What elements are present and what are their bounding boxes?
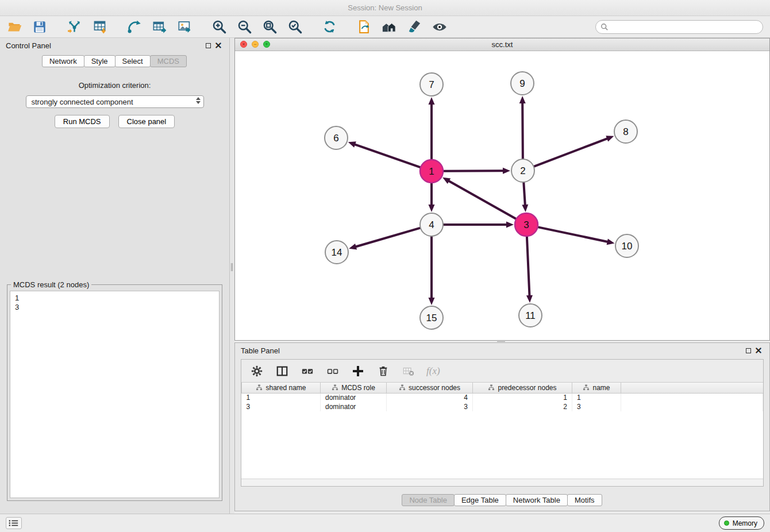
network-canvas[interactable]: 7968124314101511	[235, 51, 769, 340]
graph-node-label: 7	[429, 79, 434, 90]
import-table-button[interactable]	[91, 18, 108, 36]
column-header-predecessor-nodes[interactable]: predecessor nodes	[473, 383, 572, 393]
add-column-button[interactable]	[351, 364, 365, 379]
table-panel-title: Table Panel	[241, 346, 280, 355]
graphics-details-button[interactable]	[380, 18, 398, 36]
tab-edge-table[interactable]: Edge Table	[454, 494, 506, 506]
delete-table-button[interactable]	[401, 364, 416, 379]
zoom-out-button[interactable]	[236, 18, 253, 36]
refresh-icon	[322, 19, 337, 34]
graph-edge-arrow-icon	[506, 222, 514, 228]
sort-tree-icon	[488, 384, 495, 391]
graph-node-label: 4	[429, 219, 434, 230]
table-settings-button[interactable]	[249, 364, 264, 379]
graph-edge-3-11[interactable]	[527, 237, 530, 295]
style-brush-button[interactable]	[406, 18, 423, 36]
function-builder-button[interactable]: f(x)	[426, 365, 440, 377]
vertical-splitter[interactable]	[230, 38, 234, 514]
graph-edge-arrow-icon	[429, 97, 435, 105]
show-columns-button[interactable]	[275, 364, 290, 379]
graph-edge-3-10[interactable]	[538, 227, 607, 241]
task-history-button[interactable]	[6, 517, 22, 529]
tab-motifs[interactable]: Motifs	[567, 494, 602, 506]
run-mcds-button[interactable]: Run MCDS	[55, 115, 110, 128]
zoom-fit-icon	[262, 19, 278, 34]
tab-mcds[interactable]: MCDS	[150, 55, 187, 67]
plus-icon	[351, 364, 365, 378]
graph-node-label: 15	[426, 313, 437, 323]
table-row[interactable]: 3dominator323	[242, 402, 763, 411]
window-close-button[interactable]: ×	[240, 41, 247, 48]
horizontal-scrollbar[interactable]	[241, 479, 763, 486]
export-table-button[interactable]	[151, 18, 168, 36]
graph-edge-arrow-icon	[519, 96, 526, 103]
network-canvas-svg[interactable]: 7968124314101511	[235, 51, 769, 340]
save-session-button[interactable]	[31, 18, 48, 36]
table-row[interactable]: 1dominator411	[242, 393, 763, 402]
graph-edge-2-3[interactable]	[523, 183, 525, 205]
select-all-button[interactable]	[300, 364, 315, 379]
graph-edge-arrow-icon	[348, 141, 356, 147]
open-session-button[interactable]	[6, 18, 23, 36]
tab-node-table[interactable]: Node Table	[402, 494, 455, 506]
mcds-result-text[interactable]: 1 3	[10, 291, 220, 498]
cell-predecessor-nodes: 1	[473, 393, 572, 402]
cell-predecessor-nodes: 2	[473, 402, 572, 411]
graph-edge-1-2[interactable]	[444, 171, 503, 171]
optimization-criterion-label: Optimization criterion:	[0, 81, 229, 90]
table-float-button[interactable]	[743, 346, 753, 355]
column-header-mcds-role[interactable]: MCDS role	[321, 383, 387, 393]
control-panel-title: Control Panel	[6, 41, 51, 50]
float-panel-button[interactable]	[203, 41, 213, 50]
file-share-icon	[356, 19, 372, 34]
tab-select[interactable]: Select	[115, 55, 151, 67]
cell-successor-nodes: 3	[387, 402, 473, 411]
table-panel: Table Panel ⨯	[234, 342, 770, 511]
close-panel-button[interactable]: ⨯	[213, 41, 224, 50]
zoom-selected-button[interactable]	[286, 18, 303, 36]
save-icon	[32, 20, 47, 34]
dropdown-arrows-icon	[196, 97, 201, 104]
column-header-successor-nodes[interactable]: successor nodes	[387, 383, 473, 393]
window-resize-grip-icon[interactable]	[497, 340, 505, 342]
window-maximize-button[interactable]: +	[263, 41, 270, 48]
import-network-button[interactable]	[66, 18, 83, 36]
memory-label: Memory	[733, 519, 757, 527]
gear-icon	[251, 365, 263, 377]
graph-edge-2-8[interactable]	[534, 138, 607, 166]
criterion-dropdown[interactable]: strongly connected component	[26, 95, 204, 108]
close-panel-action-button[interactable]: Close panel	[118, 115, 175, 128]
tab-network-table[interactable]: Network Table	[506, 494, 568, 506]
deselect-all-button[interactable]	[325, 364, 340, 379]
export-network-button[interactable]	[125, 18, 143, 36]
file-share-button[interactable]	[355, 18, 372, 36]
export-image-button[interactable]	[176, 18, 193, 36]
graph-node-label: 3	[523, 219, 529, 230]
column-header-name[interactable]: name	[572, 383, 621, 393]
float-icon	[206, 43, 211, 48]
tab-style[interactable]: Style	[84, 55, 116, 67]
delete-column-button[interactable]	[376, 364, 391, 379]
node-table: shared name MCDS role successor nodes pr…	[241, 383, 763, 411]
graph-edge-1-6[interactable]	[355, 145, 420, 168]
window-minimize-button[interactable]: −	[252, 41, 259, 48]
table-close-button[interactable]: ⨯	[753, 346, 764, 355]
float-icon	[746, 348, 751, 353]
graph-edge-2-9[interactable]	[522, 103, 523, 159]
memory-button[interactable]: Memory	[719, 516, 764, 530]
app-titlebar: Session: New Session	[0, 0, 770, 16]
zoom-fit-button[interactable]	[261, 18, 278, 36]
table-scroll-area[interactable]	[241, 411, 763, 479]
column-header-shared-name[interactable]: shared name	[242, 383, 321, 393]
network-window-titlebar[interactable]: × − + scc.txt	[235, 38, 769, 51]
graph-edge-4-14[interactable]	[356, 228, 420, 246]
select-all-icon	[301, 365, 314, 377]
main-toolbar	[0, 16, 770, 38]
tab-network[interactable]: Network	[42, 55, 84, 67]
cell-mcds-role: dominator	[321, 402, 387, 411]
zoom-in-button[interactable]	[210, 18, 228, 36]
refresh-view-button[interactable]	[321, 18, 338, 36]
show-hide-button[interactable]	[431, 18, 448, 36]
graph-edge-3-1[interactable]	[449, 181, 515, 219]
search-input[interactable]	[609, 23, 763, 31]
